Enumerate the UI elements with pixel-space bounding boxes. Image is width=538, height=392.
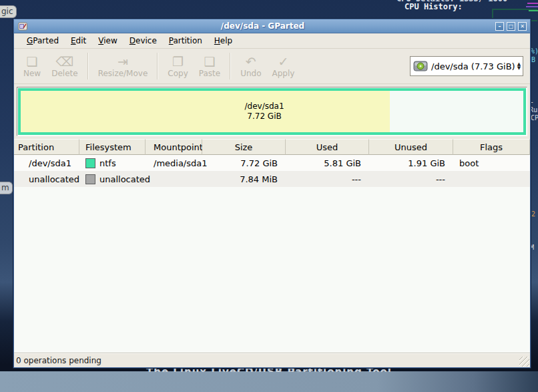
- statusbar: 0 operations pending: [14, 353, 530, 367]
- table-row-sda1[interactable]: /dev/sda1 ntfs /media/sda1 7.72 GiB 5.81…: [14, 155, 530, 171]
- partition-free-space: [390, 91, 523, 132]
- copy-icon: ❐: [172, 54, 184, 69]
- window-controls: – □ ✕: [495, 22, 527, 31]
- table-row-unallocated[interactable]: unallocated unallocated 7.84 MiB --- ---: [14, 171, 530, 187]
- apply-button[interactable]: ✓ Apply: [267, 49, 300, 83]
- apply-icon: ✓: [278, 54, 288, 69]
- new-button[interactable]: ❏ New: [18, 49, 46, 83]
- menu-help[interactable]: Help: [208, 35, 238, 47]
- background-text-fragment: CP: [531, 115, 538, 122]
- header-size: Size: [202, 139, 286, 155]
- maximize-button[interactable]: □: [507, 22, 515, 31]
- header-used: Used: [286, 139, 369, 155]
- background-text-fragment: B: [531, 57, 535, 63]
- spinner-arrows-icon: ▲▼: [515, 62, 521, 70]
- background-graph-line: [527, 3, 538, 4]
- menu-partition[interactable]: Partition: [163, 35, 208, 47]
- operations-pending-text: 0 operations pending: [14, 356, 101, 365]
- partition-table: Partition Filesystem Mountpoint Size Use…: [14, 139, 530, 353]
- menu-gparted[interactable]: GParted: [21, 35, 65, 47]
- window-title: /dev/sda - GParted: [30, 21, 495, 31]
- titlebar[interactable]: /dev/sda - GParted – □ ✕: [14, 19, 530, 33]
- menubar: GParted Edit View Device Partition Help: [14, 33, 530, 49]
- gparted-app-icon: [18, 22, 27, 31]
- background-window-tab[interactable]: gic: [0, 5, 17, 18]
- table-header-row: Partition Filesystem Mountpoint Size Use…: [14, 139, 530, 155]
- filesystem-color-swatch-unallocated: [85, 174, 95, 184]
- partition-visual-size: 7.72 GiB: [245, 112, 284, 122]
- partition-visual-panel: /dev/sda1 7.72 GiB: [17, 87, 527, 136]
- gparted-window: /dev/sda - GParted – □ ✕ GParted Edit Vi…: [13, 19, 531, 368]
- background-text-fragment: - -: [530, 99, 538, 106]
- device-selector[interactable]: /dev/sda (7.73 GiB) ▲▼: [410, 56, 523, 76]
- header-mountpoint: Mountpoint: [146, 139, 202, 155]
- toolbar-separator: [230, 53, 231, 79]
- header-partition: Partition: [14, 139, 79, 155]
- delete-icon: ⌫: [55, 54, 73, 69]
- delete-button[interactable]: ⌫ Delete: [46, 49, 83, 83]
- partition-used-space: [21, 91, 390, 132]
- background-text-fragment: 2: [531, 211, 535, 218]
- menu-view[interactable]: View: [92, 35, 123, 47]
- menu-edit[interactable]: Edit: [65, 35, 92, 47]
- resize-grip[interactable]: [519, 357, 529, 367]
- new-document-icon: ❏: [27, 54, 38, 69]
- menu-device[interactable]: Device: [123, 35, 163, 47]
- toolbar-separator: [87, 53, 89, 79]
- toolbar: ❏ New ⌫ Delete ⇥ Resize/Move ❐ Copy ❑ Pa…: [14, 49, 530, 84]
- resize-move-icon: ⇥: [117, 54, 128, 69]
- desktop: { "desktop": { "monitor": { "clipped_top…: [0, 0, 538, 392]
- filesystem-color-swatch-ntfs: [85, 158, 95, 168]
- device-selector-value: /dev/sda (7.73 GiB): [431, 61, 515, 71]
- header-filesystem: Filesystem: [79, 139, 146, 155]
- close-button[interactable]: ✕: [518, 22, 527, 31]
- background-graph-line: [529, 10, 538, 11]
- background-text-fragment: %): [531, 48, 538, 55]
- desktop-bottom-band: [0, 371, 538, 392]
- undo-icon: ↶: [246, 54, 256, 69]
- header-unused: Unused: [369, 139, 453, 155]
- partition-visual-name: /dev/sda1: [245, 102, 284, 112]
- undo-button[interactable]: ↶ Undo: [235, 49, 266, 83]
- toolbar-separator: [157, 53, 158, 79]
- cpu-history-label: CPU History:: [405, 2, 463, 11]
- hard-disk-icon: [413, 60, 428, 72]
- paste-icon: ❑: [204, 54, 215, 69]
- header-flags: Flags: [453, 139, 530, 155]
- copy-button[interactable]: ❐ Copy: [162, 49, 193, 83]
- minimize-button[interactable]: –: [495, 22, 504, 31]
- paste-button[interactable]: ❑ Paste: [194, 49, 226, 83]
- resize-move-button[interactable]: ⇥ Resize/Move: [93, 49, 154, 83]
- background-window-tab[interactable]: m: [0, 182, 13, 194]
- background-graph-line: [526, 6, 538, 7]
- partition-visual-wrap: /dev/sda1 7.72 GiB: [14, 84, 530, 138]
- partition-visual-labels: /dev/sda1 7.72 GiB: [245, 102, 284, 122]
